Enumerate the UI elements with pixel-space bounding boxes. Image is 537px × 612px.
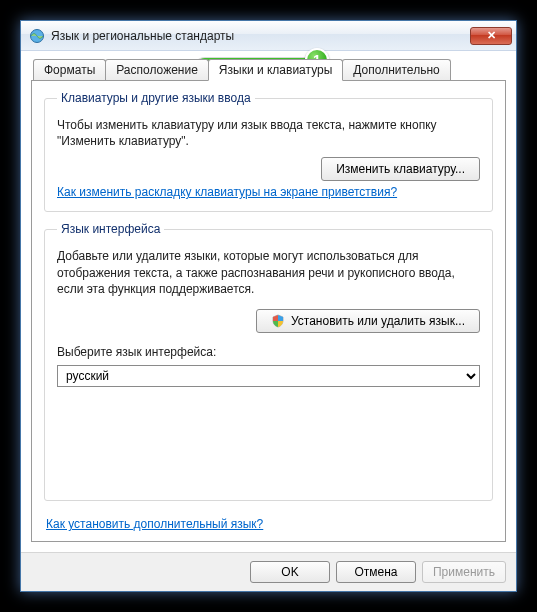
welcome-layout-link[interactable]: Как изменить раскладку клавиатуры на экр… [57, 185, 397, 199]
install-remove-language-label: Установить или удалить язык... [291, 314, 465, 328]
shield-icon [271, 314, 285, 328]
tab-location[interactable]: Расположение [105, 59, 209, 80]
group-keyboards: Клавиатуры и другие языки ввода Чтобы из… [44, 91, 493, 212]
install-remove-language-button[interactable]: Установить или удалить язык... [256, 309, 480, 333]
group-keyboards-desc: Чтобы изменить клавиатуру или язык ввода… [57, 117, 480, 149]
cancel-button[interactable]: Отмена [336, 561, 416, 583]
dialog-button-bar: OK Отмена Применить [21, 552, 516, 591]
tabpanel-keyboards-languages: Клавиатуры и другие языки ввода Чтобы из… [31, 80, 506, 542]
client-area: Форматы Расположение Языки и клавиатуры … [21, 51, 516, 552]
tab-advanced[interactable]: Дополнительно [342, 59, 450, 80]
apply-button[interactable]: Применить [422, 561, 506, 583]
group-interface-language: Язык интерфейса Добавьте или удалите язы… [44, 222, 493, 501]
tabstrip: Форматы Расположение Языки и клавиатуры … [33, 59, 506, 80]
window-title: Язык и региональные стандарты [51, 29, 464, 43]
select-interface-language-label: Выберите язык интерфейса: [57, 345, 480, 359]
close-button[interactable]: ✕ [470, 27, 512, 45]
group-interface-desc: Добавьте или удалите языки, которые могу… [57, 248, 480, 297]
tab-keyboards-languages[interactable]: Языки и клавиатуры [208, 59, 343, 81]
regional-settings-window: Язык и региональные стандарты ✕ Форматы … [20, 20, 517, 592]
change-keyboard-button[interactable]: Изменить клавиатуру... [321, 157, 480, 181]
titlebar: Язык и региональные стандарты ✕ [21, 21, 516, 51]
ok-button[interactable]: OK [250, 561, 330, 583]
tab-formats[interactable]: Форматы [33, 59, 106, 80]
interface-language-select[interactable]: русский [57, 365, 480, 387]
close-icon: ✕ [487, 29, 496, 42]
install-extra-language-link[interactable]: Как установить дополнительный язык? [46, 517, 491, 531]
group-interface-legend: Язык интерфейса [57, 222, 164, 236]
globe-icon [29, 28, 45, 44]
group-keyboards-legend: Клавиатуры и другие языки ввода [57, 91, 255, 105]
